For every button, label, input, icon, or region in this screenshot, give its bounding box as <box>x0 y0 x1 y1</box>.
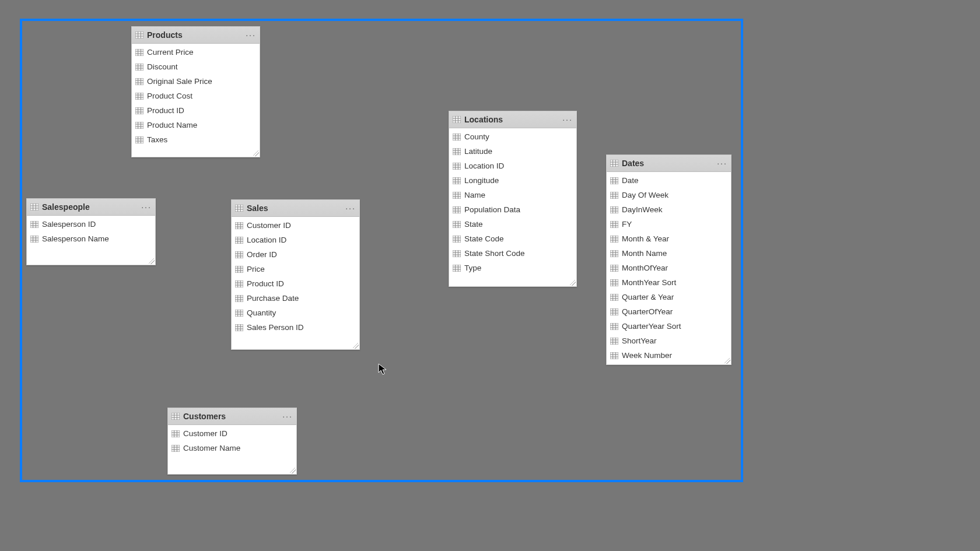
field-row[interactable]: Date <box>607 173 731 188</box>
field-row[interactable]: Type <box>449 261 576 275</box>
table-card-locations[interactable]: Locations···CountyLatitudeLocation IDLon… <box>449 111 577 287</box>
column-icon <box>453 163 461 170</box>
field-label: Longitude <box>464 176 499 185</box>
column-icon <box>172 445 180 452</box>
field-row[interactable]: Product Cost <box>132 89 260 103</box>
field-row[interactable]: Day Of Week <box>607 188 731 202</box>
column-icon <box>453 134 461 141</box>
field-row[interactable]: Customer Name <box>168 441 296 455</box>
table-icon <box>135 31 144 38</box>
field-row[interactable]: Population Data <box>449 202 576 217</box>
field-row[interactable]: QuarterOfYear <box>607 304 731 319</box>
table-card-dates[interactable]: Dates···DateDay Of WeekDayInWeekFYMonth … <box>606 155 732 365</box>
table-header[interactable]: Dates··· <box>607 155 731 172</box>
table-icon <box>610 160 618 167</box>
more-options-icon[interactable]: ··· <box>141 202 152 212</box>
field-label: Latitude <box>464 147 492 156</box>
column-icon <box>235 222 243 229</box>
field-row[interactable]: State Short Code <box>449 246 576 261</box>
table-card-customers[interactable]: Customers···Customer IDCustomer Name <box>167 408 297 475</box>
field-label: State <box>464 220 483 229</box>
field-list: Customer IDCustomer Name <box>168 425 296 474</box>
field-label: DayInWeek <box>622 205 663 214</box>
field-row[interactable]: Quantity <box>232 306 359 320</box>
column-icon <box>610 250 618 257</box>
field-row[interactable]: DayInWeek <box>607 202 731 217</box>
field-row[interactable]: Current Price <box>132 45 260 59</box>
field-row[interactable]: Customer ID <box>232 218 359 233</box>
column-icon <box>453 250 461 257</box>
field-label: Customer ID <box>247 221 291 230</box>
more-options-icon[interactable]: ··· <box>246 30 256 40</box>
field-row[interactable]: Week Number <box>607 348 731 363</box>
field-label: QuarterOfYear <box>622 307 673 316</box>
field-row[interactable]: Product ID <box>132 103 260 118</box>
field-label: Week Number <box>622 351 672 360</box>
field-label: FY <box>622 220 632 229</box>
field-label: Product Cost <box>147 92 192 100</box>
field-label: MonthOfYear <box>622 264 668 272</box>
field-row[interactable]: Salesperson Name <box>27 231 155 246</box>
field-list: Salesperson IDSalesperson Name <box>27 216 155 265</box>
column-icon <box>235 280 243 287</box>
table-card-salespeople[interactable]: Salespeople···Salesperson IDSalesperson … <box>26 198 156 265</box>
more-options-icon[interactable]: ··· <box>562 114 573 125</box>
table-title: Sales <box>247 203 342 213</box>
field-row[interactable]: QuarterYear Sort <box>607 319 731 334</box>
field-row[interactable]: County <box>449 129 576 144</box>
field-row[interactable]: Price <box>232 262 359 276</box>
field-row[interactable]: Quarter & Year <box>607 290 731 304</box>
more-options-icon[interactable]: ··· <box>717 158 727 169</box>
field-row[interactable]: Sales Person ID <box>232 320 359 335</box>
table-header[interactable]: Sales··· <box>232 200 359 217</box>
column-icon <box>610 279 618 286</box>
column-icon <box>30 221 38 228</box>
model-canvas[interactable]: Products···Current PriceDiscountOriginal… <box>0 0 980 551</box>
field-label: Product ID <box>247 279 284 288</box>
field-row[interactable]: Purchase Date <box>232 291 359 306</box>
field-row[interactable]: FY <box>607 217 731 231</box>
field-row[interactable]: Discount <box>132 59 260 74</box>
field-label: Type <box>464 264 481 272</box>
table-card-products[interactable]: Products···Current PriceDiscountOriginal… <box>131 26 260 157</box>
field-label: Product Name <box>147 121 197 129</box>
field-row[interactable]: Original Sale Price <box>132 74 260 89</box>
table-icon <box>172 413 180 420</box>
table-header[interactable]: Products··· <box>132 27 260 44</box>
column-icon <box>453 236 461 243</box>
field-row[interactable]: MonthYear Sort <box>607 275 731 290</box>
field-row[interactable]: Name <box>449 188 576 202</box>
table-icon <box>235 205 243 212</box>
column-icon <box>453 192 461 199</box>
field-row[interactable]: Product Name <box>132 118 260 132</box>
field-row[interactable]: Location ID <box>232 233 359 247</box>
field-row[interactable]: Customer ID <box>168 426 296 441</box>
column-icon <box>135 64 144 71</box>
field-row[interactable]: Month Name <box>607 246 731 261</box>
table-header[interactable]: Salespeople··· <box>27 199 155 216</box>
column-icon <box>610 352 618 359</box>
column-icon <box>453 206 461 213</box>
more-options-icon[interactable]: ··· <box>345 203 356 213</box>
field-row[interactable]: State <box>449 217 576 231</box>
field-row[interactable]: Location ID <box>449 159 576 173</box>
field-row[interactable]: Product ID <box>232 276 359 291</box>
field-row[interactable]: Latitude <box>449 144 576 159</box>
field-label: Quantity <box>247 308 276 317</box>
field-row[interactable]: Salesperson ID <box>27 217 155 231</box>
table-icon <box>30 203 38 210</box>
field-row[interactable]: Month & Year <box>607 231 731 246</box>
field-row[interactable]: MonthOfYear <box>607 261 731 275</box>
field-row[interactable]: Longitude <box>449 173 576 188</box>
table-card-sales[interactable]: Sales···Customer IDLocation IDOrder IDPr… <box>231 199 360 350</box>
more-options-icon[interactable]: ··· <box>282 411 293 422</box>
field-row[interactable]: Taxes <box>132 132 260 147</box>
column-icon <box>30 236 38 243</box>
field-row[interactable]: Order ID <box>232 247 359 262</box>
field-label: Population Data <box>464 205 520 214</box>
field-label: Month Name <box>622 249 667 258</box>
table-header[interactable]: Locations··· <box>449 111 576 128</box>
table-header[interactable]: Customers··· <box>168 408 296 425</box>
field-row[interactable]: ShortYear <box>607 334 731 348</box>
field-row[interactable]: State Code <box>449 231 576 246</box>
